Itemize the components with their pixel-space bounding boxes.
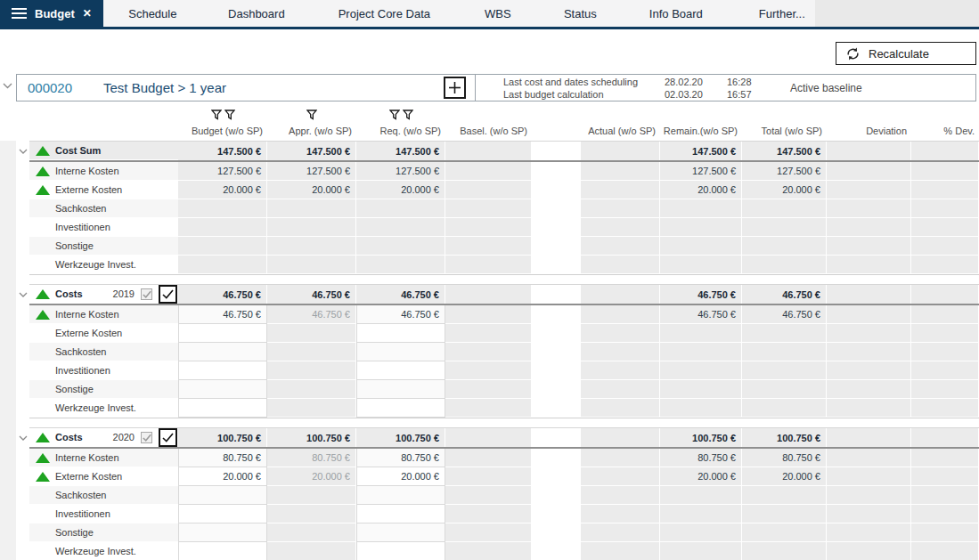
- editable-cell-budget[interactable]: [178, 542, 267, 560]
- group-expander chevron-down-icon[interactable]: [16, 284, 29, 305]
- row-label-cell: Werkzeuge Invest.: [29, 256, 178, 274]
- editable-cell-req[interactable]: [356, 380, 445, 399]
- readonly-cell-actual: [581, 399, 660, 418]
- group-expander chevron-down-icon[interactable]: [16, 427, 29, 449]
- tab-further[interactable]: Further...: [730, 0, 835, 27]
- table-row: Interne Kosten46.750 €46.750 €46.750 €46…: [16, 305, 979, 324]
- column-header-basel: Basel. (w/o SP): [445, 101, 532, 141]
- readonly-cell-deviation: [827, 199, 911, 218]
- green-triangle-up-icon: [33, 433, 53, 442]
- readonly-cell-pdev: [911, 324, 979, 343]
- row-body: Sachkosten: [29, 486, 979, 505]
- table-row: Investitionen: [16, 218, 979, 237]
- readonly-cell-appr: [267, 256, 356, 274]
- row-label-cell: Interne Kosten: [29, 449, 178, 467]
- editable-cell-budget[interactable]: [178, 523, 267, 542]
- menu-icon[interactable]: [12, 8, 27, 19]
- plus-icon: [448, 81, 461, 94]
- editable-cell-req[interactable]: 46.750 €: [356, 305, 445, 324]
- editable-cell-budget[interactable]: [178, 486, 267, 505]
- readonly-cell-pdev: [911, 467, 979, 486]
- readonly-cell-pdev: [911, 361, 979, 380]
- project-expander chevron-down-icon[interactable]: [3, 83, 12, 89]
- readonly-cell-total: [742, 399, 827, 418]
- editable-cell-req[interactable]: 80.750 €: [356, 449, 445, 467]
- tab-status[interactable]: Status: [538, 0, 623, 27]
- project-name: Test Budget > 1 year: [103, 80, 226, 95]
- editable-cell-req[interactable]: [356, 505, 445, 523]
- funnel-icon[interactable]: [224, 110, 235, 120]
- close-icon[interactable]: ✕: [83, 7, 92, 20]
- active-baseline-label: Active baseline: [790, 82, 862, 94]
- tab-bar: Budget ✕ ScheduleDashboardProject Core D…: [0, 0, 979, 29]
- checkbox-small-checked[interactable]: [141, 432, 152, 443]
- readonly-cell-remain: [660, 542, 742, 560]
- total-cell-actual: [581, 142, 660, 160]
- editable-cell-req[interactable]: [356, 523, 445, 542]
- funnel-icon[interactable]: [389, 110, 400, 120]
- group-title-cell: Costs2020: [29, 428, 178, 447]
- row-label: Sonstige: [55, 240, 94, 251]
- editable-cell-req[interactable]: [356, 542, 445, 560]
- gap-cell: [532, 542, 581, 560]
- editable-cell-budget[interactable]: [178, 361, 267, 380]
- checkbox-large-checked[interactable]: [159, 428, 177, 447]
- tab-wbs[interactable]: WBS: [458, 0, 538, 27]
- green-triangle-up-icon: [36, 310, 50, 320]
- editable-cell-req[interactable]: [356, 399, 445, 418]
- gap-cell: [532, 361, 581, 380]
- editable-cell-req[interactable]: [356, 486, 445, 505]
- header-divider: [475, 75, 476, 101]
- green-triangle-up-icon: [36, 453, 50, 463]
- editable-cell-req[interactable]: [356, 343, 445, 361]
- scheduling-date-2: 02.03.20: [665, 89, 703, 100]
- recalculate-button[interactable]: Recalculate: [836, 42, 976, 65]
- group-title: Cost Sum: [55, 145, 101, 156]
- readonly-cell-deviation: [827, 162, 911, 181]
- editable-cell-req[interactable]: [356, 361, 445, 380]
- filter-icons: [356, 110, 445, 120]
- editable-cell-budget[interactable]: 80.750 €: [178, 449, 267, 467]
- tab-project-core-data[interactable]: Project Core Data: [311, 0, 458, 27]
- editable-cell-req[interactable]: [356, 324, 445, 343]
- editable-cell-budget[interactable]: 46.750 €: [178, 305, 267, 324]
- group-title-cell: Cost Sum: [29, 142, 178, 160]
- editable-cell-budget[interactable]: [178, 399, 267, 418]
- budget-group-cost-sum: Cost Sum147.500 €147.500 €147.500 €147.5…: [16, 141, 979, 275]
- readonly-cell-total: [742, 237, 827, 256]
- readonly-cell-actual: [581, 486, 660, 505]
- editable-cell-budget[interactable]: [178, 380, 267, 399]
- checkbox-small-checked[interactable]: [141, 288, 152, 300]
- checkbox-large-checked[interactable]: [159, 285, 177, 304]
- editable-cell-budget[interactable]: [178, 343, 267, 361]
- readonly-cell-total: [742, 324, 827, 343]
- readonly-cell-deviation: [827, 343, 911, 361]
- group-expander chevron-down-icon[interactable]: [16, 141, 29, 162]
- scheduling-date-1: 28.02.20: [665, 77, 703, 87]
- readonly-cell-basel: [445, 162, 532, 181]
- readonly-cell-total: [742, 361, 827, 380]
- readonly-cell-appr: 20.000 €: [267, 181, 356, 199]
- row-label-cell: Investitionen: [29, 361, 178, 380]
- scheduling-time-2: 16:57: [727, 89, 752, 100]
- green-triangle-up-icon: [33, 453, 53, 463]
- column-header-req: Req. (w/o SP): [356, 101, 445, 141]
- tab-schedule[interactable]: Schedule: [103, 0, 202, 27]
- editable-cell-budget[interactable]: [178, 324, 267, 343]
- readonly-cell-basel: [445, 199, 532, 218]
- editable-cell-req[interactable]: 20.000 €: [356, 467, 445, 486]
- editable-cell-budget[interactable]: [178, 505, 267, 523]
- funnel-icon[interactable]: [306, 110, 317, 120]
- funnel-icon[interactable]: [403, 110, 413, 120]
- year-cluster: 2019: [113, 285, 178, 304]
- editable-cell-budget[interactable]: 20.000 €: [178, 467, 267, 486]
- tab-budget-active[interactable]: Budget ✕: [0, 0, 103, 27]
- readonly-cell-basel: [445, 380, 532, 399]
- add-button[interactable]: [444, 77, 466, 99]
- funnel-icon[interactable]: [211, 110, 222, 120]
- tab-dashboard[interactable]: Dashboard: [202, 0, 311, 27]
- readonly-cell-appr: [267, 218, 356, 237]
- tab-info-board[interactable]: Info Board: [623, 0, 730, 27]
- readonly-cell-basel: [445, 305, 532, 324]
- readonly-cell-remain: 20.000 €: [660, 467, 742, 486]
